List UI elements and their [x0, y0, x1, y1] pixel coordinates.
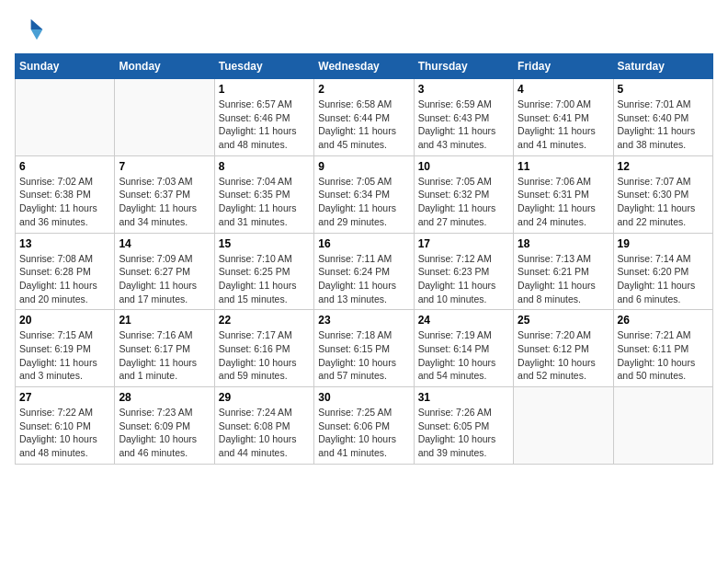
- calendar-cell: 8Sunrise: 7:04 AM Sunset: 6:35 PM Daylig…: [214, 155, 313, 233]
- calendar-cell: 1Sunrise: 6:57 AM Sunset: 6:46 PM Daylig…: [214, 79, 313, 156]
- calendar-cell: 25Sunrise: 7:20 AM Sunset: 6:12 PM Dayli…: [514, 310, 613, 387]
- cell-content: Sunrise: 7:21 AM Sunset: 6:11 PM Dayligh…: [618, 328, 709, 383]
- day-number: 7: [119, 160, 210, 173]
- cell-content: Sunrise: 7:04 AM Sunset: 6:35 PM Dayligh…: [219, 175, 310, 229]
- calendar-cell: 16Sunrise: 7:11 AM Sunset: 6:24 PM Dayli…: [314, 233, 414, 310]
- day-header-thursday: Thursday: [414, 54, 513, 79]
- svg-marker-1: [31, 29, 43, 40]
- calendar-cell: 22Sunrise: 7:17 AM Sunset: 6:16 PM Dayli…: [214, 310, 313, 387]
- cell-content: Sunrise: 7:18 AM Sunset: 6:15 PM Dayligh…: [318, 328, 409, 383]
- day-number: 20: [19, 314, 110, 327]
- calendar-cell: 21Sunrise: 7:16 AM Sunset: 6:17 PM Dayli…: [115, 310, 214, 387]
- day-number: 2: [318, 83, 409, 96]
- day-number: 24: [418, 314, 509, 327]
- cell-content: Sunrise: 7:16 AM Sunset: 6:17 PM Dayligh…: [119, 328, 210, 383]
- svg-marker-0: [31, 19, 43, 29]
- cell-content: Sunrise: 7:26 AM Sunset: 6:05 PM Dayligh…: [418, 406, 509, 460]
- calendar-cell: 15Sunrise: 7:10 AM Sunset: 6:25 PM Dayli…: [214, 233, 313, 310]
- day-number: 27: [19, 391, 110, 404]
- cell-content: Sunrise: 7:13 AM Sunset: 6:21 PM Dayligh…: [518, 252, 609, 306]
- day-header-tuesday: Tuesday: [214, 54, 313, 79]
- day-number: 14: [119, 237, 210, 250]
- calendar-cell: 10Sunrise: 7:05 AM Sunset: 6:32 PM Dayli…: [414, 155, 513, 233]
- calendar-cell: 7Sunrise: 7:03 AM Sunset: 6:37 PM Daylig…: [115, 155, 214, 233]
- calendar-cell: 13Sunrise: 7:08 AM Sunset: 6:28 PM Dayli…: [16, 233, 115, 310]
- day-number: 9: [318, 160, 409, 173]
- cell-content: Sunrise: 7:23 AM Sunset: 6:09 PM Dayligh…: [119, 406, 210, 460]
- day-number: 26: [618, 314, 709, 327]
- cell-content: Sunrise: 7:12 AM Sunset: 6:23 PM Dayligh…: [418, 252, 509, 306]
- page-header: [15, 15, 713, 44]
- calendar-cell: 17Sunrise: 7:12 AM Sunset: 6:23 PM Dayli…: [414, 233, 513, 310]
- cell-content: Sunrise: 6:57 AM Sunset: 6:46 PM Dayligh…: [219, 98, 310, 152]
- day-number: 25: [518, 314, 609, 327]
- calendar-cell: 31Sunrise: 7:26 AM Sunset: 6:05 PM Dayli…: [414, 387, 513, 465]
- calendar-header-row: SundayMondayTuesdayWednesdayThursdayFrid…: [16, 54, 713, 79]
- calendar-cell: 3Sunrise: 6:59 AM Sunset: 6:43 PM Daylig…: [414, 79, 513, 156]
- day-number: 16: [318, 237, 409, 250]
- cell-content: Sunrise: 7:02 AM Sunset: 6:38 PM Dayligh…: [19, 175, 110, 229]
- cell-content: Sunrise: 7:10 AM Sunset: 6:25 PM Dayligh…: [219, 252, 310, 306]
- calendar-cell: 11Sunrise: 7:06 AM Sunset: 6:31 PM Dayli…: [514, 155, 613, 233]
- day-number: 17: [418, 237, 509, 250]
- cell-content: Sunrise: 7:17 AM Sunset: 6:16 PM Dayligh…: [219, 328, 310, 383]
- day-number: 31: [418, 391, 509, 404]
- cell-content: Sunrise: 7:25 AM Sunset: 6:06 PM Dayligh…: [318, 406, 409, 460]
- calendar-cell: 14Sunrise: 7:09 AM Sunset: 6:27 PM Dayli…: [115, 233, 214, 310]
- calendar-week-4: 20Sunrise: 7:15 AM Sunset: 6:19 PM Dayli…: [16, 310, 713, 387]
- calendar-cell: 23Sunrise: 7:18 AM Sunset: 6:15 PM Dayli…: [314, 310, 414, 387]
- day-number: 19: [618, 237, 709, 250]
- cell-content: Sunrise: 7:15 AM Sunset: 6:19 PM Dayligh…: [19, 328, 110, 383]
- calendar-cell: 26Sunrise: 7:21 AM Sunset: 6:11 PM Dayli…: [613, 310, 712, 387]
- day-number: 10: [418, 160, 509, 173]
- day-number: 11: [518, 160, 609, 173]
- calendar-table: SundayMondayTuesdayWednesdayThursdayFrid…: [15, 53, 713, 465]
- cell-content: Sunrise: 6:58 AM Sunset: 6:44 PM Dayligh…: [318, 98, 409, 152]
- day-number: 13: [19, 237, 110, 250]
- cell-content: Sunrise: 7:07 AM Sunset: 6:30 PM Dayligh…: [618, 175, 709, 229]
- cell-content: Sunrise: 7:20 AM Sunset: 6:12 PM Dayligh…: [518, 328, 609, 383]
- calendar-cell: 24Sunrise: 7:19 AM Sunset: 6:14 PM Dayli…: [414, 310, 513, 387]
- cell-content: Sunrise: 7:19 AM Sunset: 6:14 PM Dayligh…: [418, 328, 509, 383]
- calendar-cell: 29Sunrise: 7:24 AM Sunset: 6:08 PM Dayli…: [214, 387, 313, 465]
- calendar-cell: 27Sunrise: 7:22 AM Sunset: 6:10 PM Dayli…: [16, 387, 115, 465]
- calendar-week-1: 1Sunrise: 6:57 AM Sunset: 6:46 PM Daylig…: [16, 79, 713, 156]
- calendar-week-3: 13Sunrise: 7:08 AM Sunset: 6:28 PM Dayli…: [16, 233, 713, 310]
- logo-icon: [15, 15, 44, 44]
- calendar-cell: 19Sunrise: 7:14 AM Sunset: 6:20 PM Dayli…: [613, 233, 712, 310]
- day-number: 4: [518, 83, 609, 96]
- calendar-cell: 4Sunrise: 7:00 AM Sunset: 6:41 PM Daylig…: [514, 79, 613, 156]
- day-number: 23: [318, 314, 409, 327]
- cell-content: Sunrise: 7:09 AM Sunset: 6:27 PM Dayligh…: [119, 252, 210, 306]
- day-number: 6: [19, 160, 110, 173]
- day-number: 28: [119, 391, 210, 404]
- day-number: 22: [219, 314, 310, 327]
- day-header-monday: Monday: [115, 54, 214, 79]
- day-number: 5: [618, 83, 709, 96]
- day-number: 1: [219, 83, 310, 96]
- cell-content: Sunrise: 6:59 AM Sunset: 6:43 PM Dayligh…: [418, 98, 509, 152]
- calendar-cell: 2Sunrise: 6:58 AM Sunset: 6:44 PM Daylig…: [314, 79, 414, 156]
- calendar-week-5: 27Sunrise: 7:22 AM Sunset: 6:10 PM Dayli…: [16, 387, 713, 465]
- cell-content: Sunrise: 7:03 AM Sunset: 6:37 PM Dayligh…: [119, 175, 210, 229]
- calendar-cell: [16, 79, 115, 156]
- logo: [15, 15, 48, 44]
- day-number: 30: [318, 391, 409, 404]
- cell-content: Sunrise: 7:06 AM Sunset: 6:31 PM Dayligh…: [518, 175, 609, 229]
- day-header-friday: Friday: [514, 54, 613, 79]
- cell-content: Sunrise: 7:01 AM Sunset: 6:40 PM Dayligh…: [618, 98, 709, 152]
- calendar-cell: 28Sunrise: 7:23 AM Sunset: 6:09 PM Dayli…: [115, 387, 214, 465]
- day-number: 8: [219, 160, 310, 173]
- day-number: 21: [119, 314, 210, 327]
- day-header-sunday: Sunday: [16, 54, 115, 79]
- cell-content: Sunrise: 7:14 AM Sunset: 6:20 PM Dayligh…: [618, 252, 709, 306]
- calendar-cell: 12Sunrise: 7:07 AM Sunset: 6:30 PM Dayli…: [613, 155, 712, 233]
- cell-content: Sunrise: 7:05 AM Sunset: 6:34 PM Dayligh…: [318, 175, 409, 229]
- cell-content: Sunrise: 7:24 AM Sunset: 6:08 PM Dayligh…: [219, 406, 310, 460]
- calendar-cell: 30Sunrise: 7:25 AM Sunset: 6:06 PM Dayli…: [314, 387, 414, 465]
- day-number: 15: [219, 237, 310, 250]
- day-header-saturday: Saturday: [613, 54, 712, 79]
- calendar-cell: 9Sunrise: 7:05 AM Sunset: 6:34 PM Daylig…: [314, 155, 414, 233]
- day-number: 29: [219, 391, 310, 404]
- cell-content: Sunrise: 7:05 AM Sunset: 6:32 PM Dayligh…: [418, 175, 509, 229]
